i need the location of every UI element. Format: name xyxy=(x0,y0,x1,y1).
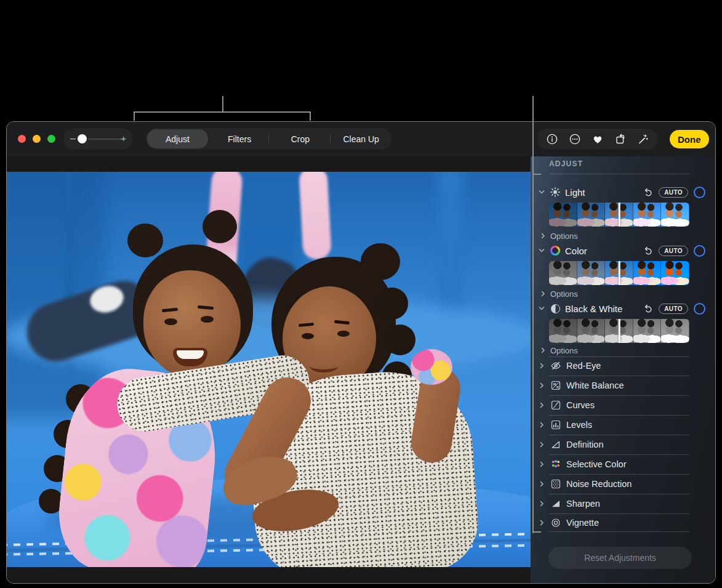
chevron-right-icon xyxy=(539,290,547,297)
enabled-toggle[interactable] xyxy=(694,187,705,198)
auto-enhance-wand-icon[interactable] xyxy=(636,132,651,147)
filmstrip-thumb[interactable] xyxy=(549,203,577,227)
chevron-right-icon xyxy=(538,401,545,409)
auto-button[interactable]: AUTO xyxy=(659,304,688,314)
zoom-slider-thumb[interactable] xyxy=(78,134,87,143)
tool-sharpen[interactable]: Sharpen xyxy=(538,496,705,511)
chevron-right-icon xyxy=(539,232,547,240)
levels-icon xyxy=(550,419,561,430)
filmstrip-thumb[interactable] xyxy=(605,203,633,227)
filmstrip-thumb[interactable] xyxy=(577,319,606,343)
divider xyxy=(549,415,689,416)
tool-label: Definition xyxy=(566,440,603,449)
filmstrip-thumb[interactable] xyxy=(633,319,662,343)
favorite-heart-icon[interactable] xyxy=(590,132,605,147)
callout-bracket-line xyxy=(134,111,311,113)
girl-right-braid xyxy=(385,324,415,355)
light-filmstrip xyxy=(549,203,689,227)
done-button[interactable]: Done xyxy=(670,130,709,148)
black-white-options[interactable]: Options xyxy=(539,345,578,356)
divider xyxy=(549,513,689,514)
action-icons-group xyxy=(537,129,658,150)
filmstrip-thumb[interactable] xyxy=(605,261,633,285)
section-color[interactable]: Color AUTO xyxy=(538,243,705,258)
chevron-down-icon[interactable] xyxy=(538,305,545,312)
girl-left-sleeve-cuff xyxy=(411,349,452,385)
chevron-right-icon xyxy=(538,382,545,389)
chevron-right-icon xyxy=(538,461,545,468)
section-black-white[interactable]: Black & White AUTO xyxy=(538,301,705,316)
filmstrip-thumb[interactable] xyxy=(661,261,689,285)
tool-label: Selective Color xyxy=(566,459,627,469)
tool-noise-reduction[interactable]: Noise Reduction xyxy=(538,477,705,491)
tab-adjust[interactable]: Adjust xyxy=(147,129,208,148)
auto-button[interactable]: AUTO xyxy=(659,187,688,198)
undo-icon[interactable] xyxy=(643,187,653,198)
chevron-down-icon[interactable] xyxy=(538,247,545,254)
filmstrip-thumb[interactable] xyxy=(661,319,689,343)
sharpen-icon xyxy=(550,498,561,509)
svg-text:B: B xyxy=(556,385,559,389)
enabled-toggle[interactable] xyxy=(694,245,705,257)
color-options[interactable]: Options xyxy=(539,288,578,299)
light-options[interactable]: Options xyxy=(539,230,578,241)
adjust-sidebar: ADJUST Light AUTO xyxy=(531,156,716,584)
enabled-toggle[interactable] xyxy=(694,303,705,315)
tool-label: Noise Reduction xyxy=(566,479,632,489)
filmstrip-thumb[interactable] xyxy=(549,261,577,285)
filmstrip-thumb[interactable] xyxy=(577,203,606,227)
filmstrip-thumb[interactable] xyxy=(661,203,689,227)
tool-label: Levels xyxy=(566,420,592,430)
auto-button[interactable]: AUTO xyxy=(659,246,688,256)
divider xyxy=(549,376,689,376)
filmstrip-thumb[interactable] xyxy=(549,319,577,343)
zoom-slider[interactable]: – + xyxy=(63,128,132,150)
zoom-in-icon[interactable]: + xyxy=(121,128,126,150)
color-wheel-icon xyxy=(550,245,561,256)
tool-vignette[interactable]: Vignette xyxy=(538,515,705,530)
tab-filters[interactable]: Filters xyxy=(209,128,270,150)
tool-levels[interactable]: Levels xyxy=(538,417,705,432)
divider xyxy=(549,435,689,435)
info-icon[interactable] xyxy=(545,132,560,147)
photo-canvas xyxy=(7,172,531,567)
zoom-out-icon[interactable]: – xyxy=(70,128,76,150)
callout-bracket-tick-right xyxy=(310,111,311,121)
divider xyxy=(549,395,689,396)
photos-edit-window: – + Adjust Filters Crop Clean Up xyxy=(6,121,716,584)
filmstrip-thumb[interactable] xyxy=(605,319,633,343)
tool-selective-color[interactable]: Selective Color xyxy=(538,457,705,472)
reset-adjustments-button[interactable]: Reset Adjustments xyxy=(548,547,692,569)
divider xyxy=(549,474,689,475)
rotate-icon[interactable] xyxy=(613,132,628,147)
divider xyxy=(549,494,689,494)
red-eye-icon xyxy=(550,360,561,371)
tab-crop[interactable]: Crop xyxy=(270,128,331,150)
zoom-window-button[interactable] xyxy=(47,135,55,143)
chevron-right-icon xyxy=(539,347,547,354)
zoom-slider-track[interactable] xyxy=(88,139,122,140)
chevron-right-icon xyxy=(538,421,545,429)
photo-area xyxy=(7,156,531,584)
divider xyxy=(549,454,689,455)
options-label: Options xyxy=(550,346,578,355)
tool-red-eye[interactable]: Red-Eye xyxy=(538,358,705,373)
tool-definition[interactable]: Definition xyxy=(538,437,705,452)
tool-curves[interactable]: Curves xyxy=(538,398,705,413)
filmstrip-thumb[interactable] xyxy=(577,261,606,285)
undo-icon[interactable] xyxy=(643,246,653,256)
girl-right-hair-bun xyxy=(361,243,400,280)
undo-icon[interactable] xyxy=(643,304,653,314)
filmstrip-thumb[interactable] xyxy=(633,261,662,285)
minimize-button[interactable] xyxy=(33,135,41,143)
section-label: Light xyxy=(565,187,585,198)
chevron-down-icon[interactable] xyxy=(538,188,545,196)
section-light[interactable]: Light AUTO xyxy=(538,185,705,199)
selective-color-icon xyxy=(550,459,561,470)
chevron-right-icon xyxy=(538,441,545,448)
more-options-icon[interactable] xyxy=(568,132,582,147)
tool-white-balance[interactable]: W B White Balance xyxy=(538,378,705,393)
tab-clean-up[interactable]: Clean Up xyxy=(331,128,391,150)
close-button[interactable] xyxy=(18,135,26,143)
filmstrip-thumb[interactable] xyxy=(633,203,662,227)
